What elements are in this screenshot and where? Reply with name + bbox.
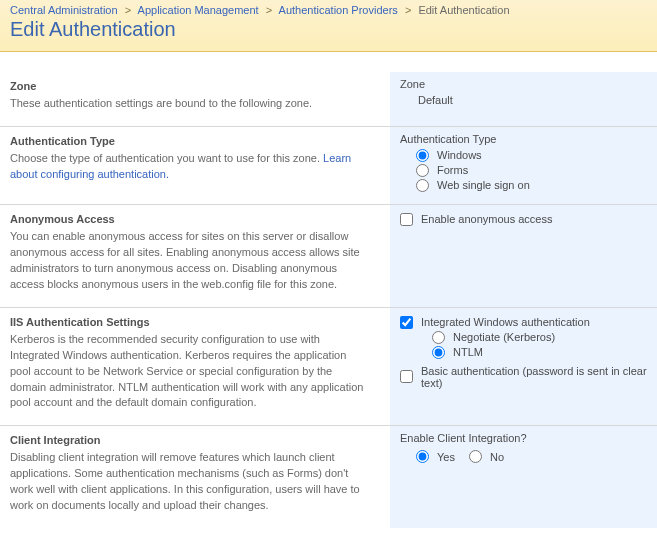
client-no-radio[interactable] — [469, 450, 482, 463]
section-zone: Zone These authentication settings are b… — [0, 72, 657, 127]
basic-auth-label: Basic authentication (password is sent i… — [421, 365, 647, 389]
auth-type-field-label: Authentication Type — [400, 133, 647, 145]
auth-type-forms-radio[interactable] — [416, 164, 429, 177]
ntlm-label: NTLM — [453, 346, 483, 358]
auth-type-wsso-option[interactable]: Web single sign on — [400, 179, 647, 192]
basic-auth-checkbox[interactable] — [400, 370, 413, 383]
iwa-checkbox[interactable] — [400, 316, 413, 329]
breadcrumb-link-app-mgmt[interactable]: Application Management — [138, 4, 259, 16]
auth-type-forms-label: Forms — [437, 164, 468, 176]
client-yes-radio[interactable] — [416, 450, 429, 463]
enable-anonymous-checkbox[interactable] — [400, 213, 413, 226]
client-yes-label: Yes — [437, 451, 455, 463]
auth-type-wsso-label: Web single sign on — [437, 179, 530, 191]
breadcrumb-link-auth-providers[interactable]: Authentication Providers — [279, 4, 398, 16]
auth-type-windows-option[interactable]: Windows — [400, 149, 647, 162]
section-iis: IIS Authentication Settings Kerberos is … — [0, 308, 657, 427]
basic-auth-option[interactable]: Basic authentication (password is sent i… — [400, 365, 647, 389]
section-desc: Disabling client integration will remove… — [10, 450, 370, 514]
chevron-right-icon: > — [401, 4, 415, 16]
auth-type-windows-label: Windows — [437, 149, 482, 161]
zone-value: Default — [400, 94, 647, 106]
enable-anonymous-option[interactable]: Enable anonymous access — [400, 213, 647, 226]
client-integration-field-label: Enable Client Integration? — [400, 432, 647, 444]
chevron-right-icon: > — [262, 4, 276, 16]
client-no-option[interactable]: No — [469, 450, 504, 463]
auth-type-forms-option[interactable]: Forms — [400, 164, 647, 177]
section-title: Zone — [10, 80, 370, 92]
iwa-option[interactable]: Integrated Windows authentication — [400, 316, 647, 329]
ntlm-radio[interactable] — [432, 346, 445, 359]
section-desc: These authentication settings are bound … — [10, 96, 370, 112]
section-title: Client Integration — [10, 434, 370, 446]
client-yes-option[interactable]: Yes — [416, 450, 455, 463]
auth-type-wsso-radio[interactable] — [416, 179, 429, 192]
breadcrumb: Central Administration > Application Man… — [10, 4, 647, 16]
section-title: IIS Authentication Settings — [10, 316, 370, 328]
chevron-right-icon: > — [121, 4, 135, 16]
client-no-label: No — [490, 451, 504, 463]
section-client-integration: Client Integration Disabling client inte… — [0, 426, 657, 528]
section-anonymous: Anonymous Access You can enable anonymou… — [0, 205, 657, 308]
iwa-label: Integrated Windows authentication — [421, 316, 590, 328]
breadcrumb-link-central-admin[interactable]: Central Administration — [10, 4, 118, 16]
auth-desc-text: Choose the type of authentication you wa… — [10, 152, 323, 164]
section-title: Authentication Type — [10, 135, 370, 147]
enable-anonymous-label: Enable anonymous access — [421, 213, 552, 225]
section-desc: You can enable anonymous access for site… — [10, 229, 370, 293]
section-auth-type: Authentication Type Choose the type of a… — [0, 127, 657, 205]
page-title: Edit Authentication — [10, 18, 647, 41]
auth-type-windows-radio[interactable] — [416, 149, 429, 162]
negotiate-option[interactable]: Negotiate (Kerberos) — [400, 331, 647, 344]
section-desc: Choose the type of authentication you wa… — [10, 151, 370, 183]
negotiate-label: Negotiate (Kerberos) — [453, 331, 555, 343]
breadcrumb-current: Edit Authentication — [418, 4, 509, 16]
negotiate-radio[interactable] — [432, 331, 445, 344]
section-desc: Kerberos is the recommended security con… — [10, 332, 370, 412]
zone-field-label: Zone — [400, 78, 647, 90]
section-title: Anonymous Access — [10, 213, 370, 225]
ntlm-option[interactable]: NTLM — [400, 346, 647, 359]
